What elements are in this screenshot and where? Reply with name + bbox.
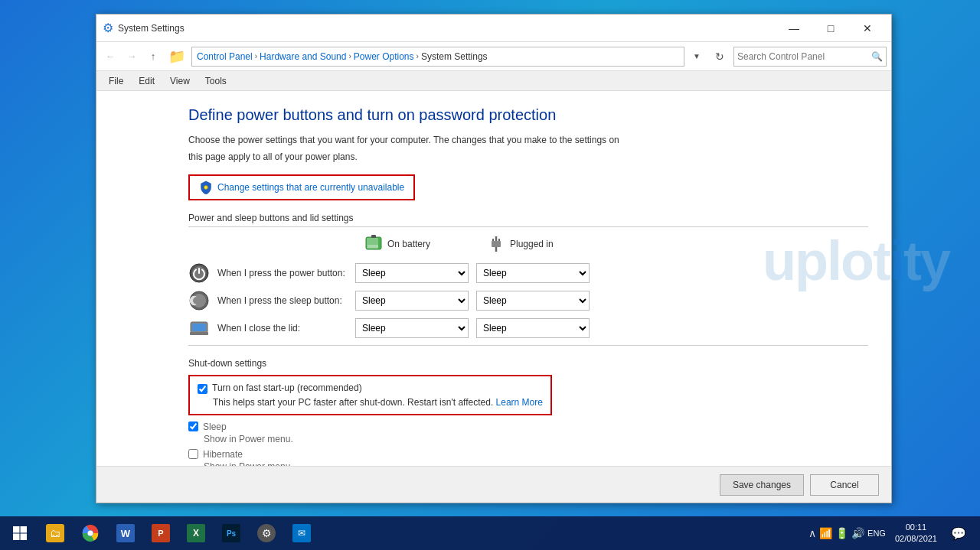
taskbar-word[interactable]: W [109, 516, 142, 550]
lid-battery-select[interactable]: Sleep Do nothing Hibernate Shut down [355, 318, 469, 338]
change-settings-box[interactable]: ! Change settings that are currently una… [188, 174, 415, 200]
taskbar-mail[interactable]: ✉ [285, 516, 318, 550]
tray-lang[interactable]: ENG [867, 529, 886, 538]
plugged-column-header: Plugged in [487, 235, 609, 253]
clock-date: 02/08/2021 [895, 533, 937, 545]
section-label-buttons: Power and sleep buttons and lid settings [188, 213, 868, 227]
save-changes-button[interactable]: Save changes [720, 474, 804, 496]
sleep-button-row: When I press the sleep button: Sleep Do … [188, 290, 868, 311]
system-tray: ∧ 📶 🔋 🔊 ENG [808, 527, 886, 539]
menu-tools[interactable]: Tools [199, 74, 233, 88]
back-button[interactable]: ← [101, 47, 119, 66]
power-plugged-select[interactable]: Sleep Do nothing Hibernate Shut down Tur… [476, 263, 590, 283]
windows-logo-icon [12, 526, 28, 541]
power-button-icon [188, 262, 210, 284]
up-button[interactable]: ↑ [144, 47, 162, 66]
chrome-icon [82, 525, 99, 542]
hibernate-option-label[interactable]: Hibernate [203, 449, 243, 460]
svg-rect-20 [13, 534, 20, 541]
minimize-button[interactable]: — [776, 17, 812, 40]
breadcrumb-control-panel[interactable]: Control Panel [197, 51, 253, 62]
refresh-button[interactable]: ↻ [709, 47, 730, 67]
fast-startup-desc: This helps start your PC faster after sh… [213, 397, 543, 408]
footer-bar: Save changes Cancel [96, 466, 891, 503]
description-line2: this page apply to all of your power pla… [188, 150, 868, 164]
window-title: System Settings [118, 23, 776, 34]
taskbar-apps: 🗂 W P X [38, 516, 318, 550]
hibernate-checkbox[interactable] [188, 449, 198, 459]
sleep-option-label[interactable]: Sleep [203, 421, 227, 432]
fast-startup-checkbox[interactable] [198, 384, 207, 394]
fast-startup-row: Turn on fast start-up (recommended) [198, 382, 543, 394]
menu-view[interactable]: View [164, 74, 196, 88]
maximize-button[interactable]: □ [813, 17, 848, 40]
forward-button[interactable]: → [122, 47, 141, 66]
close-button[interactable]: ✕ [850, 17, 885, 40]
sleep-battery-select[interactable]: Sleep Do nothing Hibernate Shut down [355, 291, 469, 311]
battery-column-header: On battery [364, 233, 487, 255]
lid-icon [188, 317, 210, 339]
lid-plugged-select[interactable]: Sleep Do nothing Hibernate Shut down [476, 318, 590, 338]
content-area: Define power buttons and turn on passwor… [96, 91, 891, 466]
start-button[interactable] [3, 516, 37, 550]
page-title: Define power buttons and turn on passwor… [188, 106, 868, 124]
clock-time: 00:11 [906, 522, 927, 533]
shutdown-section: Shut-down settings Turn on fast start-up… [188, 358, 868, 466]
battery-icon [364, 233, 383, 255]
tray-expand-icon[interactable]: ∧ [808, 527, 816, 539]
breadcrumb-hardware-sound[interactable]: Hardware and Sound [260, 51, 346, 62]
lid-label: When I close the lid: [217, 323, 348, 334]
plugged-in-label: Plugged in [510, 239, 554, 249]
search-icon[interactable]: 🔍 [871, 51, 883, 62]
breadcrumb-power-options[interactable]: Power Options [354, 51, 414, 62]
sleep-plugged-select[interactable]: Sleep Do nothing Hibernate Shut down [476, 291, 590, 311]
tray-volume-icon[interactable]: 🔊 [851, 527, 864, 539]
fast-startup-label[interactable]: Turn on fast start-up (recommended) [212, 382, 362, 393]
tray-battery-icon[interactable]: 🔋 [835, 527, 848, 539]
svg-rect-16 [192, 324, 206, 331]
tray-network-icon[interactable]: 📶 [819, 527, 832, 539]
on-battery-label: On battery [387, 239, 430, 249]
taskbar-right: ∧ 📶 🔋 🔊 ENG 00:11 02/08/2021 💬 [808, 516, 977, 550]
taskbar-excel[interactable]: X [179, 516, 213, 550]
menu-edit[interactable]: Edit [132, 74, 161, 88]
hibernate-option-row: Hibernate [188, 449, 868, 460]
menu-file[interactable]: File [103, 74, 129, 88]
learn-more-link[interactable]: Learn More [496, 397, 543, 408]
clock[interactable]: 00:11 02/08/2021 [890, 522, 942, 545]
shutdown-label: Shut-down settings [188, 358, 868, 369]
power-button-label: When I press the power button: [217, 268, 348, 278]
taskbar-settings[interactable]: ⚙ [250, 516, 283, 550]
search-input[interactable] [737, 51, 871, 62]
title-bar: ⚙ System Settings — □ ✕ [96, 15, 891, 42]
sleep-checkbox[interactable] [188, 421, 198, 431]
svg-rect-7 [492, 241, 501, 247]
change-settings-link[interactable]: Change settings that are currently unava… [217, 182, 404, 193]
svg-rect-3 [371, 235, 376, 238]
taskbar-photoshop[interactable]: Ps [214, 516, 248, 550]
svg-rect-17 [190, 332, 208, 335]
main-window: ⚙ System Settings — □ ✕ ← → ↑ 📁 Control … [96, 14, 892, 503]
window-controls: — □ ✕ [776, 17, 885, 40]
power-battery-select[interactable]: Sleep Do nothing Hibernate Shut down Tur… [355, 263, 469, 283]
notification-button[interactable]: 💬 [946, 516, 971, 550]
divider-line [188, 345, 868, 346]
search-box: 🔍 [733, 47, 887, 67]
svg-rect-5 [368, 245, 378, 248]
dropdown-button[interactable]: ▼ [688, 47, 706, 66]
sleep-option-row: Sleep [188, 421, 868, 432]
svg-rect-19 [21, 526, 28, 533]
taskbar: 🗂 W P X [0, 516, 980, 550]
taskbar-file-explorer[interactable]: 🗂 [38, 516, 72, 550]
description-line1: Choose the power settings that you want … [188, 133, 868, 147]
svg-rect-21 [21, 534, 28, 541]
svg-text:!: ! [205, 186, 206, 190]
fast-startup-box: Turn on fast start-up (recommended) This… [188, 375, 552, 415]
sleep-option-desc: Show in Power menu. [204, 434, 868, 444]
main-content: Define power buttons and turn on passwor… [96, 91, 891, 466]
svg-point-14 [192, 294, 206, 308]
cancel-button[interactable]: Cancel [810, 474, 879, 496]
settings-header-row: On battery Plugged in [364, 233, 868, 255]
taskbar-chrome[interactable] [74, 516, 107, 550]
taskbar-powerpoint[interactable]: P [144, 516, 178, 550]
